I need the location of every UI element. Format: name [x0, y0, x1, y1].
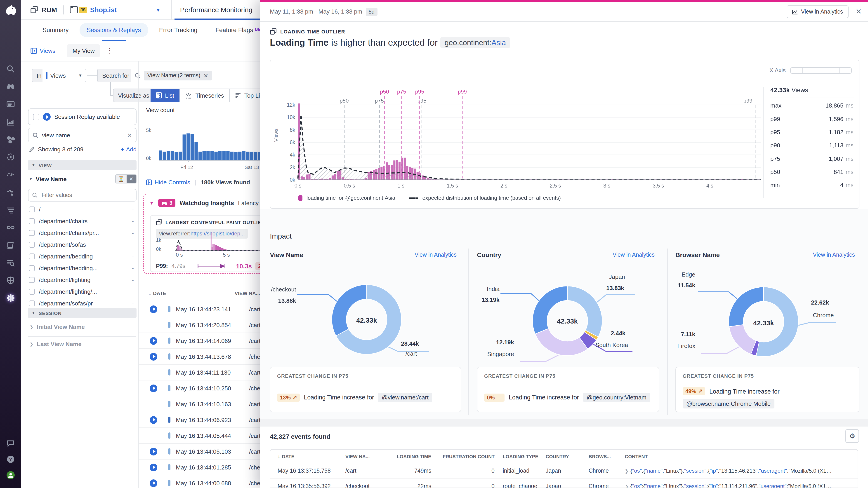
watchdog-icon[interactable] [6, 82, 15, 91]
checkbox[interactable] [29, 230, 35, 236]
facet-search-box[interactable]: view name ✕ [28, 128, 136, 142]
metrics-icon[interactable] [6, 118, 15, 126]
clear-search-icon[interactable]: ✕ [127, 132, 132, 138]
facet-value-row[interactable]: /department/lighting/... - [29, 286, 136, 297]
apm-icon[interactable] [6, 153, 15, 161]
dashboards-gauge-icon[interactable] [6, 170, 15, 179]
x-axis-option[interactable] [839, 68, 851, 73]
x-axis-option[interactable] [827, 68, 839, 73]
datadog-logo[interactable] [4, 4, 18, 17]
tag-pill[interactable]: @view.name:/cart [378, 393, 432, 402]
log-search-icon[interactable] [6, 258, 15, 267]
checkbox[interactable] [29, 241, 35, 248]
add-facet-button[interactable]: +Add [121, 146, 136, 153]
checkbox[interactable] [29, 218, 35, 224]
x-axis-option[interactable] [803, 68, 815, 73]
expand-chevron-icon[interactable]: ❯ [625, 484, 629, 488]
service-map-icon[interactable] [6, 294, 15, 302]
filter-values-field[interactable] [41, 192, 108, 199]
clear-facet-filter-icon[interactable]: ✕ [127, 175, 136, 183]
replay-play-button[interactable] [150, 337, 157, 345]
notebooks-icon[interactable] [6, 241, 15, 250]
facet-value-row[interactable]: /department/chairs - [29, 215, 136, 227]
col-frustration[interactable]: FRUSTRATION COUNT [431, 453, 495, 459]
col-content[interactable]: CONTENT [625, 453, 858, 459]
country-donut[interactable] [477, 262, 659, 366]
tag-pill[interactable]: geo.continent:Asia [440, 37, 510, 48]
tab-performance-monitoring[interactable]: Performance Monitoring [172, 0, 260, 20]
x-axis-option[interactable] [791, 68, 803, 73]
application-selector[interactable]: Shop.ist [90, 6, 117, 13]
tag-pill[interactable]: @geo.country:Vietnam [583, 393, 650, 402]
facet-value-row[interactable]: / - [29, 203, 136, 215]
x-axis-option[interactable] [815, 68, 827, 73]
checkbox[interactable] [29, 277, 35, 283]
facet-last-view-name[interactable]: ❯Last View Name [30, 341, 82, 348]
views-button[interactable]: Views [30, 47, 55, 54]
expand-chevron-icon[interactable]: ❯ [625, 468, 629, 473]
hide-controls-button[interactable]: Hide Controls [146, 179, 190, 186]
replay-play-button[interactable] [150, 448, 157, 455]
checkbox[interactable] [29, 300, 35, 306]
checkbox[interactable] [29, 253, 35, 259]
query-scope-dropdown[interactable]: Views▼ [42, 69, 86, 82]
event-row[interactable]: May 16 13:35:56.392 /checkout 22ms 0 rou… [270, 479, 858, 488]
user-avatar[interactable] [6, 471, 15, 480]
infrastructure-icon[interactable] [6, 135, 15, 144]
replay-play-button[interactable] [150, 416, 157, 424]
view-in-analytics-link[interactable]: View in Analytics [813, 252, 855, 258]
view-in-analytics-link[interactable]: View in Analytics [613, 252, 655, 258]
col-country[interactable]: COUNTRY [546, 453, 589, 459]
facet-filter-chip[interactable]: ⏳ ✕ [115, 174, 136, 184]
replay-play-button[interactable] [150, 305, 157, 313]
col-loading-time[interactable]: LOADING TIME [388, 453, 431, 459]
facet-value-row[interactable]: /department/bedding - [29, 250, 136, 262]
chat-icon[interactable] [6, 439, 15, 448]
more-options-icon[interactable]: ⋮ [106, 46, 114, 55]
session-replay-filter[interactable]: Session Replay available [28, 108, 136, 125]
logs-icon[interactable] [6, 205, 15, 214]
chevron-down-icon[interactable]: ▼ [156, 7, 161, 12]
col-loading-type[interactable]: LOADING TYPE [503, 453, 546, 459]
facet-value-row[interactable]: /department/bedding... - [29, 262, 136, 274]
facet-value-row[interactable]: /department/chairs/pr... - [29, 227, 136, 238]
facet-view-name[interactable]: ▼ View Name ⏳ ✕ [29, 174, 136, 184]
facet-value-row[interactable]: /department/sofas - [29, 238, 136, 250]
edit-pencil-icon[interactable] [29, 147, 35, 152]
facet-group-session[interactable]: ▼SESSION [28, 308, 136, 318]
checkbox[interactable] [29, 289, 35, 294]
search-icon[interactable] [6, 65, 15, 73]
col-view[interactable]: VIEW NA... [345, 453, 388, 459]
checkbox[interactable] [33, 113, 39, 120]
current-view-chip[interactable]: My View [67, 44, 100, 57]
checkbox[interactable] [29, 265, 35, 271]
rum-nav-icon[interactable] [6, 100, 15, 108]
integrations-icon[interactable] [6, 188, 15, 197]
col-browser[interactable]: BROWS... [589, 453, 620, 459]
facet-initial-view-name[interactable]: ❯Initial View Name [30, 324, 85, 330]
loading-time-distribution-chart[interactable]: 0k2k4k6k8k10k12kp50p75p95p99p50p75p95p99… [291, 87, 761, 192]
ci-pipelines-icon[interactable] [6, 223, 15, 232]
tag-pill[interactable]: @browser.name:Chrome Mobile [683, 399, 774, 409]
tab-summary[interactable]: Summary [35, 23, 76, 37]
view-in-analytics-link[interactable]: View in Analytics [414, 252, 457, 258]
security-icon[interactable] [6, 276, 15, 285]
help-icon[interactable]: ? [6, 455, 15, 464]
event-row[interactable]: May 16 13:37:15.758 /cart 749ms 0 initia… [270, 463, 858, 479]
replay-play-button[interactable] [150, 479, 157, 487]
replay-play-button[interactable] [150, 353, 157, 360]
replay-play-button[interactable] [150, 384, 157, 392]
close-icon[interactable]: ✕ [856, 7, 862, 16]
view-name-donut[interactable] [270, 262, 461, 366]
view-in-analytics-button[interactable]: View in Analytics [786, 5, 848, 18]
tab-sessions-replays[interactable]: Sessions & Replays [80, 23, 148, 37]
facet-group-view[interactable]: ▼VIEW [28, 160, 136, 170]
watchdog-header[interactable]: ▼ 3 Watchdog Insights Latency ou [149, 199, 267, 207]
facet-value-row[interactable]: /department/sofas/pr - [29, 297, 136, 308]
filter-values-input[interactable] [28, 189, 136, 201]
table-settings-button[interactable]: ⚙ [845, 429, 859, 443]
tab-error-tracking[interactable]: Error Tracking [152, 23, 205, 37]
chevron-down-icon[interactable]: ▼ [149, 200, 154, 205]
facet-value-row[interactable]: /department/lighting - [29, 274, 136, 286]
replay-play-button[interactable] [150, 463, 157, 471]
